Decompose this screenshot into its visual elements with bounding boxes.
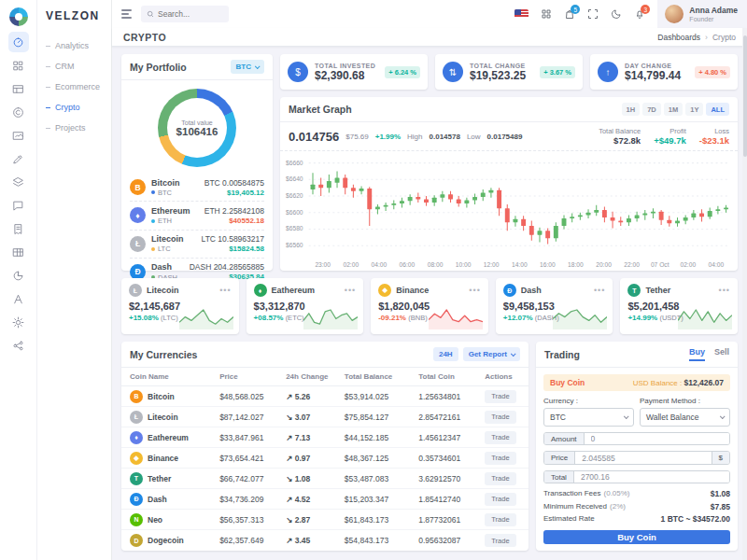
media-icon[interactable] [8,125,29,146]
fullscreen-icon[interactable] [587,8,599,20]
table-row-tether: TTether$66,742.077↘ 1.08$53,487.0833.629… [121,469,529,489]
charts-icon[interactable] [8,265,29,286]
coin-card-litecoin: ŁLitecoin•••$2,145,687+15.08% (LTC) [121,278,239,334]
card-menu-icon[interactable]: ••• [594,288,605,292]
trade-button[interactable]: Trade [485,472,515,485]
language-flag-icon[interactable] [514,9,529,19]
portfolio-currency-select[interactable]: BTC [231,60,264,74]
card-menu-icon[interactable]: ••• [469,288,480,292]
range-1h-button[interactable]: 1H [622,103,641,116]
trade-button[interactable]: Trade [485,431,515,444]
page-header: CRYPTO Dashboards › Crypto [112,28,747,47]
range-24h-button[interactable]: 24H [433,347,458,361]
range-1y-button[interactable]: 1Y [685,103,703,116]
trade-button[interactable]: Trade [485,513,515,526]
web-apps-icon[interactable] [541,8,552,20]
stat-card-day-change: ↑DAY CHANGE$14,799.44+ 4.80 % [590,54,738,90]
summary-profit: Profit+$49.7k [654,127,686,146]
dark-mode-moon-icon[interactable] [611,8,622,20]
market-high: 0.014578 [430,133,460,141]
total-input[interactable] [574,471,729,483]
page-title: CRYPTO [123,32,166,43]
main-area: 5 3 Anna AdameFounder CRYPTO Dashboards … [112,0,747,560]
svg-text:$6660: $6660 [286,160,303,166]
market-stats-row: 0.014756 $75.69 +1.99% High 0.014578 Low… [280,122,738,151]
price-currency-suffix: $ [712,452,729,463]
sidebar-item-crm[interactable]: CRM [37,56,111,77]
trade-button[interactable]: Trade [485,493,515,506]
coin-card-eathereum: ♦Eathereum•••$3,312,870+08.57% (ETC) [247,278,364,334]
search-input[interactable] [158,9,223,19]
invoices-icon[interactable] [8,218,29,239]
trade-button[interactable]: Trade [485,390,515,403]
hamburger-menu-icon[interactable] [121,9,132,19]
buy-coin-button[interactable]: Buy Coin [543,530,730,544]
table-row-neo: NNeo$56,357.313↘ 2.87$61,843.1731.877320… [121,510,529,530]
chat-icon[interactable] [8,195,29,216]
tables-icon[interactable] [8,242,29,262]
candlestick-chart[interactable]: $6660$6640$6620$6600$6580$656023:0002:00… [280,151,738,271]
user-profile-menu[interactable]: Anna AdameFounder [657,0,747,28]
dash-icon: Đ [503,284,516,297]
tab-buy[interactable]: Buy [689,347,705,361]
eathereum-icon: ♦ [130,431,143,444]
brand-logo[interactable]: VELZON [37,0,111,35]
range-all-button[interactable]: ALL [706,103,729,116]
sparkline-chart [429,307,483,329]
sidebar-item-crypto[interactable]: Crypto [37,97,111,118]
binance-icon: ◆ [130,452,143,465]
coin-summary-cards: ŁLitecoin•••$2,145,687+15.08% (LTC)♦Eath… [121,278,738,334]
table-row-litecoin: ŁLitecoin$87,142.027↘ 3.07$75,854.1272.8… [121,407,529,427]
settings-icon[interactable] [8,312,29,332]
app-logo-icon[interactable] [9,7,28,26]
forms-icon[interactable] [8,148,29,169]
layouts-icon[interactable] [8,78,29,99]
svg-text:$6580: $6580 [286,225,303,231]
notifications-bell-icon[interactable]: 3 [634,8,645,20]
total-field-group: Total [543,470,730,483]
svg-text:$6560: $6560 [286,242,303,248]
currency-label: Currency : [543,397,634,405]
trade-button[interactable]: Trade [485,534,515,547]
currency-select[interactable]: BTC [543,408,634,427]
amount-field-group: Amount [543,432,730,445]
amount-input[interactable] [585,433,729,444]
trade-button[interactable]: Trade [485,452,515,465]
get-report-button[interactable]: Get Report [463,347,520,361]
svg-text:$6620: $6620 [286,192,303,199]
dashboard-content: My Portfolio BTC Total value $106416 BBi… [112,47,747,560]
scrollbar[interactable] [742,28,747,560]
tab-sell[interactable]: Sell [714,347,729,361]
sidebar-item-ecommerce[interactable]: Ecommerce [37,77,111,97]
cart-icon[interactable]: 5 [564,8,575,20]
trade-button[interactable]: Trade [485,411,515,424]
sidebar-item-analytics[interactable]: Analytics [37,35,111,56]
maps-icon[interactable] [8,288,29,309]
card-menu-icon[interactable]: ••• [345,288,356,292]
range-7d-button[interactable]: 7D [642,103,661,116]
apps-icon[interactable] [8,55,29,76]
card-menu-icon[interactable]: ••• [219,288,231,292]
multilevel-icon[interactable] [8,335,29,356]
card-menu-icon[interactable]: ••• [719,288,730,292]
range-1m-button[interactable]: 1M [664,103,683,116]
portfolio-donut-chart: Total value $106416 [158,89,236,167]
sidebar-item-projects[interactable]: Projects [37,118,111,138]
portfolio-coin-list: BBitcoinBTCBTC 0.00584875$19,405.12♦Ethe… [121,174,273,289]
payment-method-select[interactable]: Wallet Balance [640,408,730,427]
components-icon[interactable] [8,172,29,192]
svg-text:06:00: 06:00 [400,261,416,268]
currencies-title: My Currencies [130,349,197,360]
search-box[interactable] [141,6,229,22]
bitcoin-icon: B [130,179,146,195]
scrollbar-thumb[interactable] [743,35,747,157]
breadcrumb-dashboards[interactable]: Dashboards [657,33,700,42]
stat-change-badge: + 6.24 % [385,66,420,78]
dashboards-icon[interactable] [8,32,29,52]
svg-text:02:00: 02:00 [680,261,696,268]
price-input[interactable] [575,452,711,463]
market-price: 0.014756 [289,130,339,144]
pages-icon[interactable] [8,102,29,122]
svg-text:20:00: 20:00 [596,261,612,268]
chevron-down-icon [255,63,261,69]
